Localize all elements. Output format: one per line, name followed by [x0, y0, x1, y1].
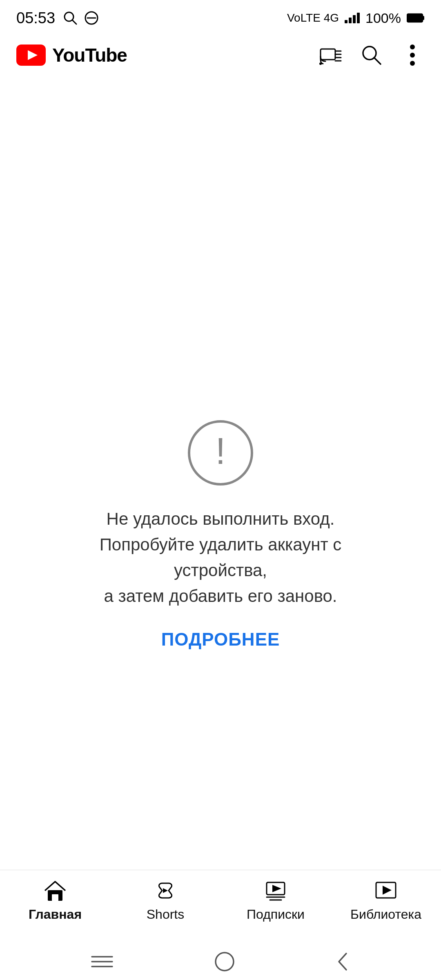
error-exclamation-icon: !	[215, 433, 225, 470]
error-message: Не удалось выполнить вход. Попробуйте уд…	[57, 506, 384, 609]
back-icon	[335, 949, 351, 974]
bottom-nav: Главная Shorts Подписки	[0, 870, 441, 943]
svg-marker-21	[163, 888, 168, 893]
svg-rect-4	[407, 14, 423, 22]
app-bar-actions	[318, 43, 425, 67]
status-right: VoLTE 4G 100%	[287, 10, 425, 26]
search-icon	[360, 44, 383, 67]
android-home-icon	[212, 949, 237, 974]
status-time: 05:53	[16, 9, 55, 27]
more-options-icon	[410, 44, 415, 66]
cast-icon	[319, 43, 343, 67]
android-home-button[interactable]	[212, 949, 237, 974]
svg-line-1	[72, 20, 76, 24]
home-nav-icon	[41, 878, 69, 903]
youtube-play-icon	[16, 45, 46, 66]
back-button[interactable]	[335, 949, 351, 974]
search-button[interactable]	[359, 43, 384, 67]
battery-icon	[407, 13, 425, 23]
svg-rect-20	[52, 894, 58, 901]
status-network-type: VoLTE 4G	[287, 11, 339, 24]
error-container: ! Не удалось выполнить вход. Попробуйте …	[57, 420, 384, 650]
android-nav-bar	[0, 943, 441, 980]
status-search-icon	[62, 10, 78, 26]
shorts-nav-icon	[151, 878, 180, 903]
status-left: 05:53	[16, 9, 99, 27]
subscriptions-nav-label: Подписки	[247, 907, 305, 922]
main-content: ! Не удалось выполнить вход. Попробуйте …	[0, 78, 441, 870]
status-dnd-icon	[84, 10, 99, 26]
more-options-button[interactable]	[400, 43, 425, 67]
subscriptions-nav-icon	[261, 878, 290, 903]
app-bar: YouTube	[0, 33, 441, 78]
learn-more-link[interactable]: ПОДРОБНЕЕ	[161, 629, 280, 650]
youtube-logo: YouTube	[16, 44, 127, 66]
library-nav-label: Библиотека	[350, 907, 421, 922]
signal-bars-icon	[345, 13, 360, 23]
svg-point-9	[319, 62, 322, 65]
library-nav-icon	[372, 878, 400, 903]
cast-button[interactable]	[318, 43, 343, 67]
youtube-logo-text: YouTube	[52, 44, 127, 66]
battery-indicator: 100%	[365, 10, 401, 26]
home-nav-label: Главная	[29, 907, 82, 922]
svg-marker-23	[272, 885, 281, 892]
nav-item-shorts[interactable]: Shorts	[129, 878, 202, 922]
svg-point-17	[410, 53, 415, 58]
nav-item-library[interactable]: Библиотека	[349, 878, 423, 922]
svg-rect-8	[321, 49, 335, 60]
recents-button[interactable]	[90, 953, 114, 970]
recents-icon	[90, 953, 114, 970]
nav-item-subscriptions[interactable]: Подписки	[239, 878, 312, 922]
error-icon-circle: !	[188, 420, 253, 486]
svg-line-15	[374, 58, 381, 64]
nav-item-home[interactable]: Главная	[18, 878, 92, 922]
shorts-nav-label: Shorts	[147, 907, 184, 922]
svg-point-18	[410, 61, 415, 66]
svg-rect-5	[423, 16, 424, 20]
svg-point-31	[216, 953, 234, 971]
svg-marker-27	[383, 886, 392, 895]
svg-point-16	[410, 45, 415, 49]
status-icons	[62, 10, 99, 26]
status-bar: 05:53 VoLTE 4G 100%	[0, 0, 441, 33]
